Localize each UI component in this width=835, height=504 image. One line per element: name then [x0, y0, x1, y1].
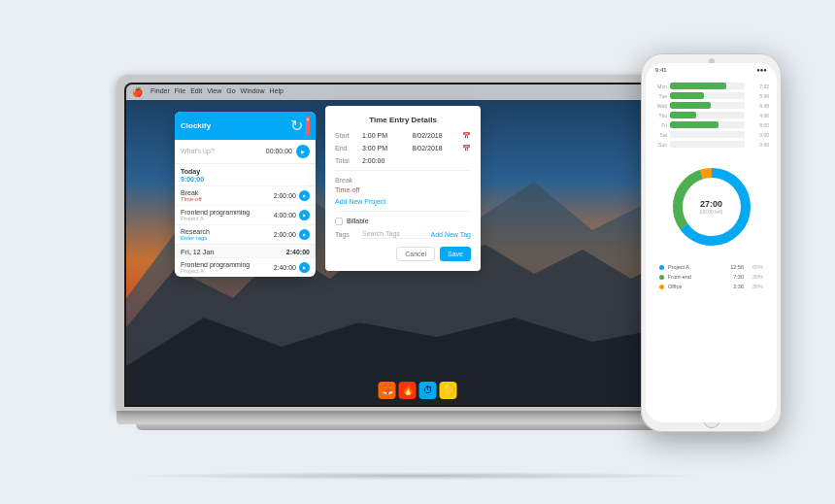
- chart-bar-row: Thu4:06: [653, 112, 769, 118]
- billable-checkbox[interactable]: [335, 218, 343, 225]
- calendar-icon[interactable]: 📅: [462, 132, 471, 140]
- bar-fill: [670, 102, 711, 109]
- clockify-widget[interactable]: Clockify ↻ ✕ What's up? 00:00:00 ▶ Today: [175, 112, 316, 277]
- chart-area: Mon7:32Tue5:06Wed6:48Thu4:06Fri8:00Sat0:…: [646, 77, 777, 422]
- chart-bar-row: Sat0:00: [653, 131, 769, 138]
- tep-billable-row: Billable: [335, 218, 471, 225]
- add-tag[interactable]: Add New Tag: [430, 231, 471, 238]
- dock-icon-chrome[interactable]: 🟡: [440, 382, 457, 399]
- menubar-view[interactable]: View: [207, 87, 221, 97]
- project-name: Front-end: [668, 274, 733, 280]
- bar-fill: [670, 121, 718, 128]
- bar-track: [670, 141, 745, 148]
- entry-play-button[interactable]: ▶: [299, 262, 310, 273]
- entry-name: Frontend programming: [181, 261, 274, 268]
- bar-label: Fri: [653, 122, 667, 128]
- project-time: 12:56: [730, 264, 744, 270]
- entry-play-button[interactable]: ▶: [299, 210, 310, 220]
- donut-time: 27:00: [700, 199, 723, 209]
- menubar-window[interactable]: Window: [241, 87, 265, 97]
- project-item: Office 2:36 30%: [653, 282, 769, 291]
- entry-time: 4:00:00: [274, 212, 296, 218]
- entry-frontend[interactable]: Frontend programming Project A 4:00:00 ▶: [175, 205, 316, 224]
- clockify-header-icons: ↻ ✕: [290, 117, 310, 135]
- bar-value: 0:00: [748, 142, 769, 148]
- entry-play-button[interactable]: ▶: [299, 229, 310, 240]
- menubar-go[interactable]: Go: [226, 87, 235, 97]
- bar-track: [670, 112, 745, 118]
- project-name: Project A: [668, 264, 730, 270]
- tep-total-time: 2:00:00: [362, 157, 471, 164]
- divider: [335, 170, 471, 171]
- billable-label: Billable: [347, 218, 369, 224]
- entry-sub: Project A: [181, 216, 274, 221]
- refresh-icon[interactable]: ↻: [290, 117, 303, 135]
- macbook-body: 🍎 Finder File Edit View Go Window Help 9…: [117, 75, 718, 411]
- entry-time: 2:40:00: [274, 264, 296, 271]
- status-signal: ●●●: [756, 67, 767, 73]
- tep-actions: Cancel Save: [335, 247, 471, 261]
- tep-add-project[interactable]: Add New Project: [335, 198, 471, 205]
- donut-container: 27:00 (00:00 left): [653, 155, 769, 258]
- iphone-screen: 9:41 ●●● Mon7:32Tue5:06Wed6:48Thu4:06Fri…: [646, 63, 777, 422]
- cancel-button[interactable]: Cancel: [396, 247, 435, 261]
- menubar-help[interactable]: Help: [269, 87, 283, 97]
- dock-icon-clockify[interactable]: ⏱: [419, 382, 437, 399]
- tep-start-date[interactable]: 8/02/2018: [413, 132, 463, 139]
- entry-name: Break: [181, 189, 274, 196]
- tep-total-label: Total: [335, 157, 362, 164]
- apple-menu[interactable]: 🍎: [132, 87, 143, 97]
- tep-end-date[interactable]: 8/02/2018: [413, 145, 463, 151]
- what-input[interactable]: What's up?: [181, 148, 266, 154]
- dock-icon-firefox[interactable]: 🦊: [379, 382, 396, 399]
- menubar-edit[interactable]: Edit: [190, 87, 202, 97]
- play-button[interactable]: ▶: [296, 145, 310, 158]
- bar-label: Mon: [653, 84, 667, 89]
- bar-label: Thu: [653, 113, 667, 118]
- bar-value: 0:00: [748, 132, 769, 138]
- project-item: Front-end 7:30 30%: [653, 272, 769, 282]
- today-label: Today: [175, 164, 316, 176]
- shadow: [125, 472, 710, 480]
- tep-total-row: Total 2:00:00: [335, 157, 471, 164]
- iphone-screen-area: 9:41 ●●● Mon7:32Tue5:06Wed6:48Thu4:06Fri…: [646, 63, 777, 422]
- bar-fill: [670, 83, 726, 89]
- iphone-outer: 9:41 ●●● Mon7:32Tue5:06Wed6:48Thu4:06Fri…: [641, 53, 782, 432]
- entry-time: 2:00:00: [274, 192, 296, 199]
- entry-name: Research: [181, 228, 274, 235]
- tep-start-row: Start 1:00 PM 8/02/2018 📅: [335, 132, 471, 140]
- project-list: Project A 12:56 65% Front-end 7:30 30% O…: [653, 258, 769, 295]
- bar-track: [670, 83, 745, 89]
- calendar-icon[interactable]: 📅: [462, 145, 471, 152]
- donut-sub: (00:00 left): [700, 209, 723, 215]
- project-pct: 30%: [748, 284, 763, 289]
- tep-end-time[interactable]: 3:00 PM: [362, 145, 413, 151]
- close-icon[interactable]: ✕: [306, 117, 310, 135]
- bar-value: 6:48: [748, 103, 769, 109]
- scene: 🍎 Finder File Edit View Go Window Help 9…: [0, 0, 835, 504]
- macbook-screen-border: 🍎 Finder File Edit View Go Window Help 9…: [124, 83, 711, 407]
- timer-display: 00:00:00: [266, 148, 292, 154]
- entry-play-button[interactable]: ▶: [299, 190, 310, 201]
- macbook-screen: 🍎 Finder File Edit View Go Window Help 9…: [126, 84, 709, 405]
- entry-break[interactable]: Break Time-off 2:00:00 ▶: [175, 185, 316, 205]
- project-name: Office: [668, 284, 733, 289]
- tep-start-time[interactable]: 1:00 PM: [362, 132, 413, 139]
- bar-track: [670, 92, 745, 99]
- tags-input[interactable]: Search Tags: [362, 230, 426, 239]
- save-button[interactable]: Save: [440, 247, 471, 261]
- dock-icon-app1[interactable]: 🔥: [399, 382, 417, 399]
- project-time: 2:36: [733, 284, 744, 289]
- project-dot: [659, 275, 664, 280]
- entry-date-frontend[interactable]: Frontend programming Project A 2:40:00 ▶: [175, 257, 316, 277]
- mac-menubar: 🍎 Finder File Edit View Go Window Help 9…: [126, 84, 709, 100]
- project-dot: [659, 265, 664, 270]
- tep-timeoff-label[interactable]: Time-off: [335, 186, 471, 193]
- entry-research[interactable]: Research Enter tags 2:00:00 ▶: [175, 224, 316, 244]
- tep-start-label: Start: [335, 132, 362, 139]
- menubar-file[interactable]: File: [175, 87, 185, 97]
- iphone-status-bar: 9:41 ●●●: [646, 63, 777, 77]
- menubar-finder[interactable]: Finder: [150, 87, 170, 97]
- macbook-foot: [136, 424, 699, 430]
- tep-end-label: End: [335, 145, 362, 151]
